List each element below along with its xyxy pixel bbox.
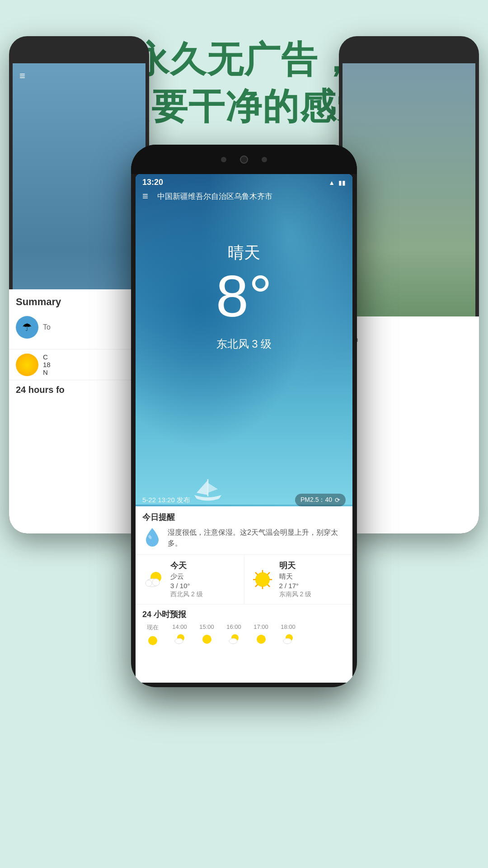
- svg-point-5: [152, 579, 160, 586]
- hourly-icon-2: [200, 632, 214, 646]
- svg-point-20: [229, 638, 237, 644]
- svg-line-14: [255, 585, 258, 587]
- tomorrow-weather-icon: [251, 568, 274, 591]
- water-drop-icon: [142, 527, 162, 547]
- left-summary-row: ☂ To: [16, 312, 142, 342]
- hourly-icon-4: [254, 632, 268, 646]
- menu-icon[interactable]: ≡: [142, 190, 148, 202]
- hourly-icon-3: [227, 632, 241, 646]
- svg-line-13: [267, 572, 270, 575]
- reminder-row: 湿度很低，注意保湿。这2天气温会明显上升，别穿太多。: [142, 527, 346, 549]
- bottom-bar: 5-22 13:20 发布 PM2.5：40 ⟳: [136, 494, 352, 506]
- svg-line-12: [267, 585, 270, 587]
- hourly-title: 24 小时预报: [142, 609, 346, 620]
- hourly-item-4: 17:00: [251, 623, 271, 648]
- refresh-icon[interactable]: ⟳: [335, 496, 340, 504]
- svg-line-11: [255, 572, 258, 575]
- hourly-item-2: 15:00: [197, 623, 217, 648]
- svg-point-15: [148, 636, 157, 645]
- svg-point-21: [257, 635, 266, 644]
- tomorrow-forecast-info: 明天 晴天 2 / 17° 东南风 2 级: [279, 560, 312, 599]
- daily-reminder: 今日提醒 湿度很低，注意保湿。这2天气温会明显上升，别穿太多。: [136, 506, 352, 555]
- left-menu-icon[interactable]: ≡: [19, 70, 25, 82]
- phone-notch: [131, 145, 357, 174]
- content-area: 今日提醒 湿度很低，注意保湿。这2天气温会明显上升，别穿太多。: [136, 506, 352, 683]
- hourly-icon-1: [173, 632, 187, 646]
- today-label: 今天: [170, 560, 203, 571]
- umbrella-icon: ☂: [16, 316, 38, 339]
- hourly-time-3: 16:00: [226, 623, 241, 630]
- hourly-time-0: 现在: [147, 623, 159, 632]
- forecast-today: 今天 少云 3 / 10° 西北风 2 级: [136, 555, 244, 604]
- hourly-time-2: 15:00: [199, 623, 214, 630]
- top-bar: ≡ 中国新疆维吾尔自治区乌鲁木齐市: [136, 190, 352, 202]
- right-phone: ▲ ▮▮ 47 w mph: [339, 36, 479, 533]
- hourly-item-3: 16:00: [224, 623, 244, 648]
- hourly-item-0: 现在: [142, 623, 163, 648]
- tagline-line1: 永久无广告，: [133, 39, 355, 80]
- svg-point-23: [283, 638, 291, 644]
- weather-wind: 东北风 3 级: [136, 337, 352, 351]
- hourly-icon-0: [145, 633, 160, 648]
- tomorrow-condition: 晴天: [279, 572, 312, 581]
- weather-background: 13:20 ▲ ▮▮ ≡ 中国新疆维吾尔自治区乌鲁木齐市 晴天 8° 东北风 3…: [136, 174, 352, 683]
- pm25-text: PM2.5：40: [300, 496, 332, 504]
- wifi-icon: ▲: [328, 179, 335, 186]
- today-condition: 少云: [170, 572, 203, 581]
- forecast-tomorrow: 明天 晴天 2 / 17° 东南风 2 级: [244, 555, 353, 604]
- hourly-time-4: 17:00: [253, 623, 268, 630]
- tagline-line2: 只要干净的感觉: [114, 86, 374, 127]
- left-today-text: C18N: [43, 353, 51, 376]
- right-wind-label: w: [346, 321, 472, 331]
- right-content-inner: w mph: [339, 316, 479, 350]
- svg-point-17: [175, 638, 183, 644]
- hourly-item-1: 14:00: [169, 623, 190, 648]
- left-today-row: C18N: [9, 349, 149, 380]
- tomorrow-label: 明天: [279, 560, 312, 571]
- svg-point-18: [202, 635, 211, 644]
- phone-sensor: [221, 157, 226, 162]
- left-phone-content: Summary ☂ To C18N 24 hours fo: [9, 289, 149, 533]
- tomorrow-wind: 东南风 2 级: [279, 590, 312, 599]
- phone-camera: [240, 156, 248, 164]
- reminder-text: 湿度很低，注意保湿。这2天气温会明显上升，别穿太多。: [168, 527, 346, 549]
- left-summary-section: Summary ☂ To: [9, 289, 149, 349]
- location-text: 中国新疆维吾尔自治区乌鲁木齐市: [157, 191, 272, 202]
- phone-sensor-2: [262, 157, 267, 162]
- right-phone-content: w mph: [339, 316, 479, 533]
- svg-point-4: [145, 580, 152, 586]
- status-icons: ▲ ▮▮: [328, 179, 346, 186]
- hourly-section: 24 小时预报 现在 14:00: [136, 604, 352, 650]
- forecast-row: 今天 少云 3 / 10° 西北风 2 级: [136, 555, 352, 604]
- pm25-badge: PM2.5：40 ⟳: [295, 494, 346, 506]
- center-phone: 13:20 ▲ ▮▮ ≡ 中国新疆维吾尔自治区乌鲁木齐市 晴天 8° 东北风 3…: [131, 145, 357, 687]
- left-phone: ≡ Summary ☂ To C18N 24 hours fo: [9, 36, 149, 533]
- hourly-row: 现在 14:00: [142, 623, 346, 648]
- left-24h-label: 24 hours fo: [9, 380, 149, 400]
- today-wind: 西北风 2 级: [170, 590, 203, 599]
- hourly-time-1: 14:00: [172, 623, 187, 630]
- left-today-label: To: [43, 323, 51, 331]
- weather-condition: 晴天: [136, 242, 352, 264]
- today-forecast-info: 今天 少云 3 / 10° 西北风 2 级: [170, 560, 203, 599]
- hourly-item-5: 18:00: [278, 623, 298, 648]
- hourly-time-5: 18:00: [281, 623, 296, 630]
- status-time: 13:20: [142, 178, 163, 187]
- weather-temperature: 8°: [136, 262, 352, 330]
- hourly-icon-5: [281, 632, 296, 646]
- left-summary-title: Summary: [16, 296, 142, 308]
- right-mph-label: mph: [346, 336, 472, 343]
- battery-icon: ▮▮: [338, 179, 346, 186]
- status-bar: 13:20 ▲ ▮▮: [136, 178, 352, 187]
- tomorrow-temp: 2 / 17°: [279, 582, 312, 590]
- phone-screen: 13:20 ▲ ▮▮ ≡ 中国新疆维吾尔自治区乌鲁木齐市 晴天 8° 东北风 3…: [136, 174, 352, 683]
- sun-icon-left: [16, 354, 38, 376]
- today-weather-icon: [142, 568, 165, 591]
- reminder-title: 今日提醒: [142, 512, 346, 523]
- publish-time: 5-22 13:20 发布: [142, 496, 190, 505]
- today-temp: 3 / 10°: [170, 582, 203, 590]
